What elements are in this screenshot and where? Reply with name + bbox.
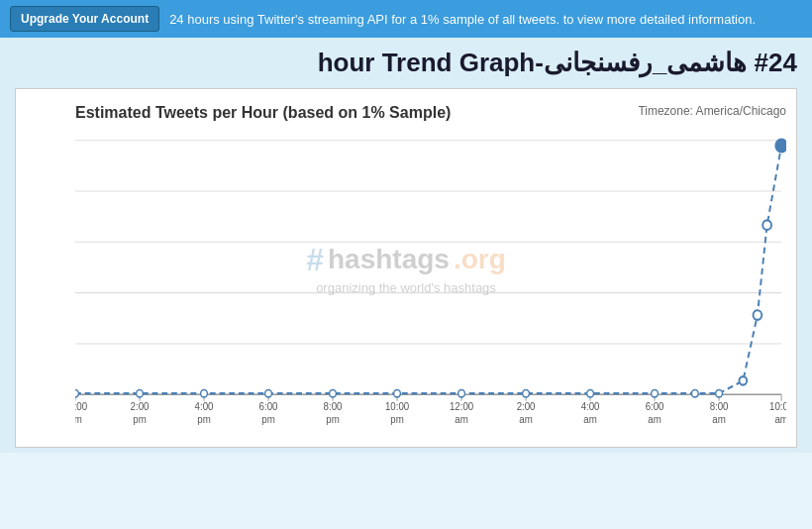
svg-text:8:00: 8:00 bbox=[324, 401, 343, 413]
svg-point-49 bbox=[137, 389, 144, 396]
chart-timezone: Timezone: America/Chicago bbox=[638, 104, 786, 118]
svg-text:2:00: 2:00 bbox=[517, 401, 536, 413]
page-content: #24 هاشمی_رفسنجانی-hour Trend Graph Esti… bbox=[0, 38, 812, 453]
svg-point-63 bbox=[775, 140, 786, 153]
banner-text: 24 hours using Twitter's streaming API f… bbox=[169, 12, 756, 27]
svg-point-59 bbox=[716, 389, 723, 396]
svg-text:6:00: 6:00 bbox=[259, 401, 278, 413]
svg-text:8:00: 8:00 bbox=[710, 401, 729, 413]
svg-text:am: am bbox=[712, 414, 725, 426]
svg-text:4:00: 4:00 bbox=[581, 401, 600, 413]
chart-title: Estimated Tweets per Hour (based on 1% S… bbox=[75, 104, 451, 122]
svg-point-61 bbox=[754, 310, 762, 320]
svg-text:am: am bbox=[455, 414, 467, 426]
svg-point-62 bbox=[762, 220, 771, 230]
svg-text:12:00: 12:00 bbox=[450, 401, 474, 413]
svg-text:10:00: 10:00 bbox=[385, 401, 410, 413]
upgrade-button[interactable]: Upgrade Your Account bbox=[10, 6, 159, 32]
svg-text:10:00: 10:00 bbox=[769, 401, 786, 413]
svg-point-54 bbox=[458, 389, 465, 396]
svg-point-51 bbox=[265, 389, 272, 396]
svg-text:pm: pm bbox=[75, 414, 82, 426]
svg-point-50 bbox=[201, 389, 208, 396]
svg-text:am: am bbox=[774, 414, 786, 426]
svg-point-58 bbox=[691, 389, 698, 396]
svg-text:pm: pm bbox=[133, 414, 146, 426]
svg-text:pm: pm bbox=[261, 414, 274, 426]
svg-text:am: am bbox=[583, 414, 596, 426]
top-banner: Upgrade Your Account 24 hours using Twit… bbox=[0, 0, 812, 38]
svg-text:6:00: 6:00 bbox=[646, 401, 664, 413]
svg-text:am: am bbox=[519, 414, 532, 426]
svg-point-57 bbox=[652, 389, 659, 396]
svg-text:pm: pm bbox=[197, 414, 210, 426]
svg-point-55 bbox=[523, 389, 530, 396]
svg-point-60 bbox=[739, 376, 747, 385]
page-title: #24 هاشمی_رفسنجانی-hour Trend Graph bbox=[15, 48, 797, 78]
svg-text:pm: pm bbox=[326, 414, 339, 426]
chart-container: Estimated Tweets per Hour (based on 1% S… bbox=[15, 88, 797, 448]
svg-point-53 bbox=[394, 389, 401, 396]
svg-text:12:00: 12:00 bbox=[75, 401, 87, 413]
svg-point-48 bbox=[75, 389, 78, 396]
chart-header: Estimated Tweets per Hour (based on 1% S… bbox=[75, 104, 786, 122]
svg-point-52 bbox=[330, 389, 337, 396]
chart-svg-wrapper: 16,000 12,000 8,000 4,000 0 bbox=[75, 130, 786, 437]
svg-text:4:00: 4:00 bbox=[195, 401, 214, 413]
svg-text:pm: pm bbox=[390, 414, 403, 426]
svg-point-56 bbox=[587, 389, 594, 396]
svg-text:2:00: 2:00 bbox=[131, 401, 150, 413]
trend-chart: 16,000 12,000 8,000 4,000 0 bbox=[75, 130, 786, 437]
svg-text:am: am bbox=[648, 414, 660, 426]
